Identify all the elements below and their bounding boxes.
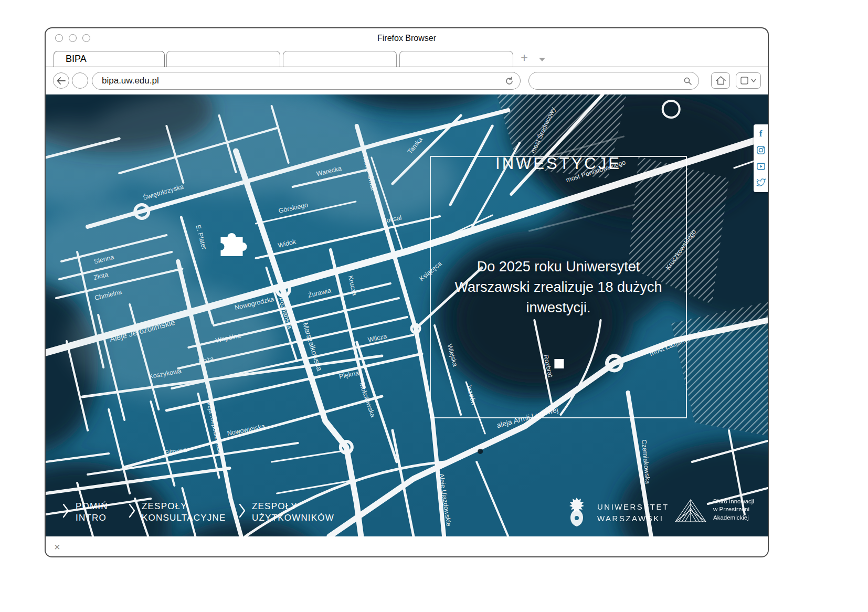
window-titlebar: Firefox Browser	[46, 28, 768, 48]
address-bar[interactable]	[92, 72, 521, 90]
forward-button[interactable]	[72, 72, 88, 89]
window-maximize-button[interactable]	[82, 34, 90, 42]
chevron-right-icon	[239, 503, 246, 519]
nav-label-line: KONSULTACYJNE	[142, 512, 226, 524]
bipa-logo: Biuro Innowacji w Przestrzeni Akademicki…	[673, 495, 754, 524]
bipa-wireframe-icon	[673, 495, 708, 524]
tab-bipa[interactable]: BIPA	[54, 51, 165, 67]
tab-list-chevron-icon[interactable]	[539, 58, 545, 61]
bipa-logo-text-line: Biuro Innowacji	[713, 498, 754, 506]
uw-logo-text-line: WARSZAWSKI	[597, 513, 669, 525]
search-bar[interactable]	[528, 72, 699, 90]
search-icon[interactable]	[683, 77, 692, 86]
window-minimize-button[interactable]	[69, 34, 77, 42]
uw-logo-text-line: UNIWERSYTET	[597, 501, 669, 513]
chevron-right-icon	[129, 503, 135, 519]
nav-label-line: ZESPOŁY	[142, 501, 226, 512]
page-actions-button[interactable]	[736, 72, 761, 89]
window-title: Firefox Browser	[46, 28, 768, 48]
navigation-toolbar	[46, 67, 768, 94]
nav-zespoly-konsultacyjne[interactable]: ZESPOŁY KONSULTACYJNE	[129, 501, 226, 524]
social-sidebar: f	[754, 124, 768, 192]
instagram-icon[interactable]	[756, 145, 766, 155]
chevron-right-icon	[62, 503, 69, 519]
tab-empty-2[interactable]	[283, 51, 397, 67]
home-button[interactable]	[711, 72, 730, 89]
home-icon	[715, 76, 726, 86]
search-input[interactable]	[529, 76, 683, 86]
back-arrow-icon	[56, 77, 66, 85]
section-title: INWESTYCJE	[430, 154, 687, 173]
tab-label: BIPA	[54, 51, 164, 66]
uw-logo: UNIWERSYTET WARSZAWSKI	[563, 495, 669, 530]
investment-marker-square	[554, 359, 564, 368]
close-icon[interactable]: ×	[54, 541, 60, 553]
url-input[interactable]	[92, 76, 505, 86]
reload-icon[interactable]	[505, 77, 514, 86]
headline-text: Do 2025 roku Uniwersytet Warszawski zrea…	[440, 257, 676, 318]
nav-label-line: ZESPOŁY	[252, 501, 334, 512]
map-dot	[478, 449, 483, 454]
bipa-logo-text-line: Akademickiej	[713, 514, 754, 522]
find-bar: ×	[46, 536, 768, 557]
panel-dropdown-icon	[740, 76, 757, 85]
tab-bar: BIPA +	[46, 48, 768, 67]
nav-label-line: UŻYTKOWNIKÓW	[252, 512, 334, 524]
browser-window: Firefox Browser BIPA +	[45, 27, 769, 557]
twitter-icon[interactable]	[756, 178, 766, 187]
facebook-icon[interactable]: f	[756, 129, 766, 139]
tab-empty-3[interactable]	[399, 51, 513, 67]
youtube-icon[interactable]	[756, 162, 766, 171]
new-tab-button[interactable]: +	[517, 51, 532, 66]
nav-zespoly-uzytkownikow[interactable]: ZESPOŁY UŻYTKOWNIKÓW	[239, 501, 334, 524]
nav-label-line: INTRO	[76, 512, 108, 524]
nav-label-line: POMIŃ	[76, 501, 108, 512]
window-close-button[interactable]	[55, 34, 63, 42]
tab-empty-1[interactable]	[166, 51, 280, 67]
back-button[interactable]	[53, 72, 69, 89]
uw-eagle-icon	[563, 495, 591, 530]
page-content: Świętokrzyska Warecka Nowy Świat Górskie…	[46, 94, 768, 536]
nav-skip-intro[interactable]: POMIŃ INTRO	[62, 501, 108, 524]
bipa-logo-text-line: w Przestrzeni	[713, 505, 754, 514]
